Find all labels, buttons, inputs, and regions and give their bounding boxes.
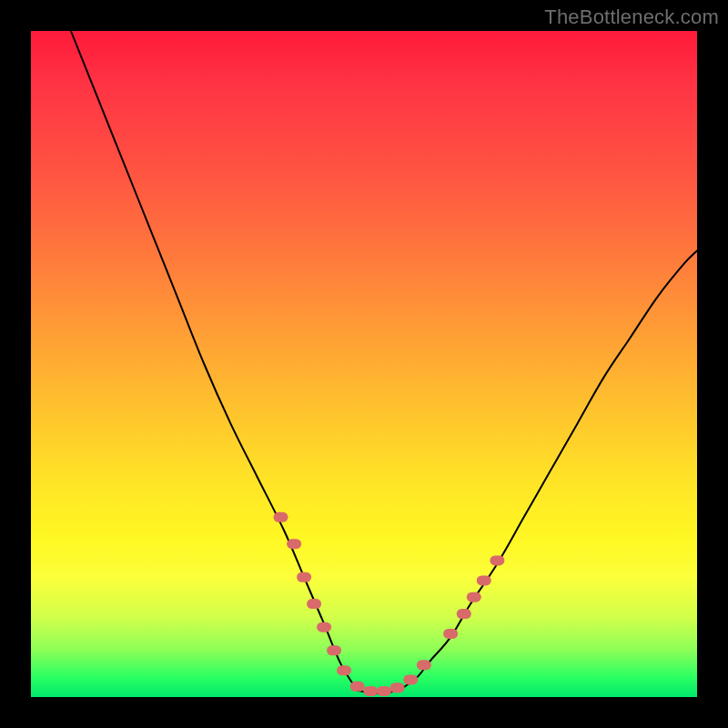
marker-point <box>363 686 378 696</box>
marker-point <box>307 599 321 609</box>
marker-point <box>377 686 391 696</box>
marker-point <box>350 682 365 692</box>
marker-point <box>297 572 311 582</box>
marker-point <box>317 622 331 632</box>
marker-point <box>327 645 341 655</box>
plot-area <box>31 31 697 697</box>
watermark-text: TheBottleneck.com <box>544 5 719 29</box>
marker-point <box>467 592 481 602</box>
chart-svg <box>31 31 697 697</box>
marker-point <box>490 555 504 565</box>
series-left-curve <box>71 31 358 691</box>
marker-point <box>337 665 351 675</box>
marker-point <box>417 660 431 670</box>
marker-point <box>274 512 288 522</box>
marker-point <box>457 609 471 619</box>
marker-point <box>287 539 301 549</box>
marker-point <box>477 575 491 585</box>
marker-point <box>403 674 418 684</box>
series-right-curve <box>404 251 697 687</box>
marker-point <box>443 629 458 639</box>
chart-stage: TheBottleneck.com <box>0 0 728 728</box>
marker-point <box>390 682 405 693</box>
curves-layer <box>71 31 697 693</box>
